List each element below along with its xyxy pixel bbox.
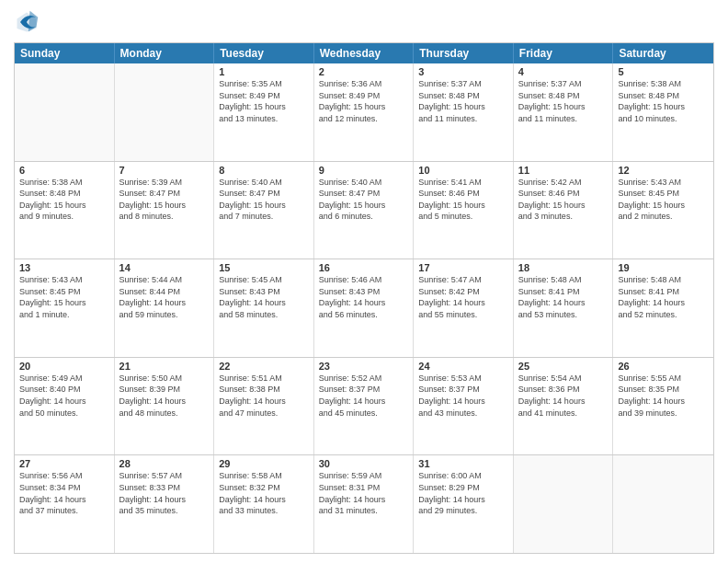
day-cell: 3Sunrise: 5:37 AM Sunset: 8:48 PM Daylig… xyxy=(414,63,514,161)
day-number: 7 xyxy=(119,165,210,176)
day-info: Sunrise: 5:59 AM Sunset: 8:31 PM Dayligh… xyxy=(319,470,409,516)
day-info: Sunrise: 5:52 AM Sunset: 8:37 PM Dayligh… xyxy=(319,373,409,419)
calendar: SundayMondayTuesdayWednesdayThursdayFrid… xyxy=(14,42,714,554)
day-number: 2 xyxy=(319,66,409,77)
calendar-body: 1Sunrise: 5:35 AM Sunset: 8:49 PM Daylig… xyxy=(15,63,713,553)
day-info: Sunrise: 5:40 AM Sunset: 8:47 PM Dayligh… xyxy=(319,177,409,223)
day-cell: 6Sunrise: 5:38 AM Sunset: 8:48 PM Daylig… xyxy=(15,162,115,259)
day-number: 31 xyxy=(418,458,508,469)
empty-day-cell xyxy=(115,63,215,161)
day-cell: 28Sunrise: 5:57 AM Sunset: 8:33 PM Dayli… xyxy=(115,455,215,553)
day-number: 22 xyxy=(219,361,309,372)
day-cell: 9Sunrise: 5:40 AM Sunset: 8:47 PM Daylig… xyxy=(314,162,415,259)
day-cell: 30Sunrise: 5:59 AM Sunset: 8:31 PM Dayli… xyxy=(314,455,415,553)
day-number: 16 xyxy=(319,262,409,273)
day-number: 20 xyxy=(19,361,109,372)
weekday-header: Saturday xyxy=(613,43,713,63)
weekday-header: Wednesday xyxy=(314,43,415,63)
day-number: 25 xyxy=(518,361,609,372)
day-info: Sunrise: 5:44 AM Sunset: 8:44 PM Dayligh… xyxy=(119,274,210,320)
day-number: 10 xyxy=(418,165,508,176)
day-info: Sunrise: 5:41 AM Sunset: 8:46 PM Dayligh… xyxy=(418,177,508,223)
day-info: Sunrise: 5:43 AM Sunset: 8:45 PM Dayligh… xyxy=(19,274,109,320)
day-number: 14 xyxy=(119,262,210,273)
day-number: 3 xyxy=(418,66,508,77)
day-cell: 27Sunrise: 5:56 AM Sunset: 8:34 PM Dayli… xyxy=(15,455,115,553)
calendar-row: 13Sunrise: 5:43 AM Sunset: 8:45 PM Dayli… xyxy=(15,259,713,357)
day-number: 4 xyxy=(518,66,609,77)
day-cell: 12Sunrise: 5:43 AM Sunset: 8:45 PM Dayli… xyxy=(613,162,713,259)
day-number: 13 xyxy=(19,262,109,273)
day-number: 17 xyxy=(418,262,508,273)
day-number: 8 xyxy=(219,165,309,176)
day-cell: 17Sunrise: 5:47 AM Sunset: 8:42 PM Dayli… xyxy=(414,259,514,357)
day-cell: 10Sunrise: 5:41 AM Sunset: 8:46 PM Dayli… xyxy=(414,162,514,259)
weekday-header: Sunday xyxy=(15,43,115,63)
day-cell: 22Sunrise: 5:51 AM Sunset: 8:38 PM Dayli… xyxy=(214,358,314,455)
day-number: 29 xyxy=(219,458,309,469)
day-cell: 19Sunrise: 5:48 AM Sunset: 8:41 PM Dayli… xyxy=(613,259,713,357)
day-cell: 8Sunrise: 5:40 AM Sunset: 8:47 PM Daylig… xyxy=(214,162,314,259)
calendar-row: 20Sunrise: 5:49 AM Sunset: 8:40 PM Dayli… xyxy=(15,357,713,455)
weekday-header: Monday xyxy=(115,43,215,63)
weekday-header: Friday xyxy=(514,43,614,63)
day-cell: 4Sunrise: 5:37 AM Sunset: 8:48 PM Daylig… xyxy=(514,63,614,161)
day-info: Sunrise: 5:37 AM Sunset: 8:48 PM Dayligh… xyxy=(418,78,508,124)
day-number: 19 xyxy=(618,262,709,273)
day-info: Sunrise: 5:48 AM Sunset: 8:41 PM Dayligh… xyxy=(518,274,609,320)
day-cell: 2Sunrise: 5:36 AM Sunset: 8:49 PM Daylig… xyxy=(314,63,415,161)
weekday-header: Tuesday xyxy=(214,43,314,63)
day-info: Sunrise: 5:45 AM Sunset: 8:43 PM Dayligh… xyxy=(219,274,309,320)
page: SundayMondayTuesdayWednesdayThursdayFrid… xyxy=(0,0,728,563)
day-info: Sunrise: 5:54 AM Sunset: 8:36 PM Dayligh… xyxy=(518,373,609,419)
day-info: Sunrise: 5:42 AM Sunset: 8:46 PM Dayligh… xyxy=(518,177,609,223)
day-cell: 31Sunrise: 6:00 AM Sunset: 8:29 PM Dayli… xyxy=(414,455,514,553)
day-info: Sunrise: 5:49 AM Sunset: 8:40 PM Dayligh… xyxy=(19,373,109,419)
calendar-row: 1Sunrise: 5:35 AM Sunset: 8:49 PM Daylig… xyxy=(15,63,713,161)
day-cell: 15Sunrise: 5:45 AM Sunset: 8:43 PM Dayli… xyxy=(214,259,314,357)
day-number: 15 xyxy=(219,262,309,273)
weekday-header: Thursday xyxy=(414,43,514,63)
day-info: Sunrise: 5:57 AM Sunset: 8:33 PM Dayligh… xyxy=(119,470,210,516)
day-info: Sunrise: 5:50 AM Sunset: 8:39 PM Dayligh… xyxy=(119,373,210,419)
day-info: Sunrise: 5:55 AM Sunset: 8:35 PM Dayligh… xyxy=(618,373,709,419)
calendar-row: 27Sunrise: 5:56 AM Sunset: 8:34 PM Dayli… xyxy=(15,454,713,553)
day-number: 21 xyxy=(119,361,210,372)
day-info: Sunrise: 5:35 AM Sunset: 8:49 PM Dayligh… xyxy=(219,78,309,124)
day-cell: 13Sunrise: 5:43 AM Sunset: 8:45 PM Dayli… xyxy=(15,259,115,357)
day-number: 24 xyxy=(418,361,508,372)
header xyxy=(14,9,714,35)
day-info: Sunrise: 5:47 AM Sunset: 8:42 PM Dayligh… xyxy=(418,274,508,320)
day-info: Sunrise: 5:36 AM Sunset: 8:49 PM Dayligh… xyxy=(319,78,409,124)
day-cell: 24Sunrise: 5:53 AM Sunset: 8:37 PM Dayli… xyxy=(414,358,514,455)
svg-marker-1 xyxy=(28,11,39,32)
day-cell: 5Sunrise: 5:38 AM Sunset: 8:48 PM Daylig… xyxy=(613,63,713,161)
day-info: Sunrise: 5:38 AM Sunset: 8:48 PM Dayligh… xyxy=(618,78,709,124)
calendar-header: SundayMondayTuesdayWednesdayThursdayFrid… xyxy=(15,43,713,63)
day-number: 18 xyxy=(518,262,609,273)
empty-day-cell xyxy=(15,63,115,161)
day-cell: 14Sunrise: 5:44 AM Sunset: 8:44 PM Dayli… xyxy=(115,259,215,357)
day-cell: 1Sunrise: 5:35 AM Sunset: 8:49 PM Daylig… xyxy=(214,63,314,161)
day-number: 26 xyxy=(618,361,709,372)
day-number: 23 xyxy=(319,361,409,372)
day-cell: 16Sunrise: 5:46 AM Sunset: 8:43 PM Dayli… xyxy=(314,259,415,357)
day-cell: 29Sunrise: 5:58 AM Sunset: 8:32 PM Dayli… xyxy=(214,455,314,553)
day-number: 28 xyxy=(119,458,210,469)
day-number: 12 xyxy=(618,165,709,176)
day-number: 30 xyxy=(319,458,409,469)
day-cell: 7Sunrise: 5:39 AM Sunset: 8:47 PM Daylig… xyxy=(115,162,215,259)
day-number: 6 xyxy=(19,165,109,176)
day-info: Sunrise: 6:00 AM Sunset: 8:29 PM Dayligh… xyxy=(418,470,508,516)
day-number: 11 xyxy=(518,165,609,176)
day-info: Sunrise: 5:48 AM Sunset: 8:41 PM Dayligh… xyxy=(618,274,709,320)
day-info: Sunrise: 5:39 AM Sunset: 8:47 PM Dayligh… xyxy=(119,177,210,223)
empty-day-cell xyxy=(613,455,713,553)
day-info: Sunrise: 5:46 AM Sunset: 8:43 PM Dayligh… xyxy=(319,274,409,320)
day-cell: 23Sunrise: 5:52 AM Sunset: 8:37 PM Dayli… xyxy=(314,358,415,455)
day-info: Sunrise: 5:51 AM Sunset: 8:38 PM Dayligh… xyxy=(219,373,309,419)
day-cell: 21Sunrise: 5:50 AM Sunset: 8:39 PM Dayli… xyxy=(115,358,215,455)
day-info: Sunrise: 5:56 AM Sunset: 8:34 PM Dayligh… xyxy=(19,470,109,516)
day-number: 27 xyxy=(19,458,109,469)
empty-day-cell xyxy=(514,455,614,553)
